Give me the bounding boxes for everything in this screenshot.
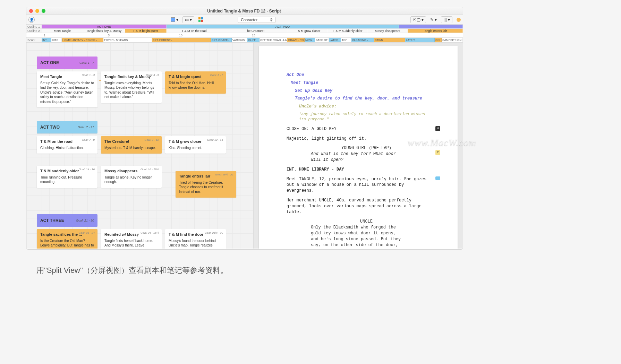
beat-board[interactable]: ACT ONEGoal: 1 - 7 Meet TangleGoal: 1 - …: [26, 43, 253, 249]
outline1-segment[interactable]: ACT TWO: [167, 25, 399, 28]
window-title: Untitled Tangle & Moss FD 12 - Script: [45, 9, 443, 14]
split-view: ACT ONEGoal: 1 - 7 Meet TangleGoal: 1 - …: [26, 43, 463, 249]
act-header-one[interactable]: ACT ONEGoal: 1 - 7: [37, 57, 97, 69]
dialogue: And what is the key for? What doorwill i…: [311, 151, 401, 163]
script-pane[interactable]: Act One Meet Tangle Set up Gold Key Tang…: [254, 43, 463, 249]
titlebar: Untitled Tangle & Moss FD 12 - Script: [26, 7, 463, 15]
beat-board-pane[interactable]: ACT ONEGoal: 1 - 7 Meet TangleGoal: 1 - …: [26, 43, 254, 249]
beat-card[interactable]: Mossy disappearsGoal: 16 - 18½Tangle all…: [101, 166, 162, 188]
beat-card[interactable]: Tangle finds key & MossyGoal: 3 - 5Tangl…: [101, 71, 162, 103]
outline2-segment[interactable]: T & M suddenly older: [328, 29, 368, 33]
revision-flag-icon[interactable]: [435, 176, 440, 180]
beat-card[interactable]: Meet TangleGoal: 1 - 3Set up Gold Key. T…: [37, 71, 97, 107]
close-icon[interactable]: [29, 9, 33, 13]
scene-segment[interactable]: HOME LIBRARY - FOYER -: [62, 38, 103, 42]
scene-segment[interactable]: DAWN: [374, 38, 405, 42]
scene-segment[interactable]: CAMPSITE ON BACK: [442, 38, 463, 42]
scene-segment[interactable]: OFF THE ROAD - LATER: [260, 38, 287, 42]
outline-heading: Set up Gold Key: [295, 88, 430, 94]
app-window: Untitled Tangle & Moss FD 12 - Script 👤 …: [26, 7, 463, 250]
outline2-segment[interactable]: The Creature!: [222, 29, 288, 33]
outline1-row[interactable]: Outline 1 ACT ONEACT TWO: [26, 25, 463, 29]
beat-card[interactable]: The Creature!Goal: 9 - 12Mysterious. T &…: [101, 136, 162, 154]
scene-segment[interactable]: TOP: [341, 38, 351, 42]
scene-segment[interactable]: NOW: [305, 38, 315, 42]
action-line: Meet TANGLE, 12, precocious eyes, unruly…: [287, 176, 430, 194]
beat-card[interactable]: T & M begin questGoal: 5 - 7Told to find…: [165, 71, 226, 94]
scene-segment[interactable]: BASE OF: [315, 38, 329, 42]
user-icon[interactable]: 👤: [28, 17, 35, 23]
character-cue: YOUNG GIRL (PRE-LAP): [328, 145, 405, 151]
highlight-tool-button[interactable]: ✎ ▾: [429, 17, 438, 23]
beat-card[interactable]: Reunited w/ MossyGoal: 24 - 26½Tangle fi…: [101, 229, 162, 249]
character-cue: UNCLE: [328, 219, 405, 225]
scene-segment[interactable]: EXT. GRAVEL: [211, 38, 232, 42]
status-dot[interactable]: [457, 18, 461, 22]
caption-text: 用"Split View"（分屏视图）查看剧本和笔记等参考资料。: [36, 265, 228, 276]
outline2-segment[interactable]: T & M begin quest: [125, 29, 167, 33]
scene-heading: INT. HOME LIBRARY - DAY: [287, 167, 430, 173]
action-line: Her merchant UNCLE, 40s, curved mustache…: [287, 198, 430, 215]
scene-segment[interactable]: INT.: [42, 38, 51, 42]
scene-strip[interactable]: Script INT.KITCHOME LIBRARY - FOYER -FOY…: [26, 38, 463, 43]
outline2-segment[interactable]: Mossy disappears: [368, 29, 408, 33]
outline2-segment[interactable]: Tangle enters lair: [408, 29, 463, 33]
palette-button[interactable]: [197, 17, 204, 23]
scene-segment[interactable]: KITC: [51, 38, 62, 42]
revision-marker[interactable]: 3: [435, 126, 440, 131]
beat-card[interactable]: Tangle enters lairGoal: 18½ - 21Tired of…: [176, 171, 236, 198]
outline-quote: "Any journey taken solely to reach a des…: [299, 112, 430, 122]
element-dropdown[interactable]: Character: [238, 17, 276, 23]
scene-segment[interactable]: LATER: [405, 38, 435, 42]
dialogue: Only the Blacksmith who forged the gold …: [311, 225, 401, 249]
outline2-segment[interactable]: T & M on the road: [167, 29, 222, 33]
outline2-segment[interactable]: Tangle finds key & Mossy: [83, 29, 125, 33]
outline1-segment[interactable]: [399, 25, 463, 28]
element-dropdown-label: Character: [241, 18, 257, 22]
toolbar: 👤 ▾ ▭ ▾ Character ☉▢ ▾ ✎ ▾ ||| ▾: [26, 15, 463, 25]
action-line: Majestic, light glinting off it.: [287, 136, 430, 142]
script-label: Script: [26, 38, 42, 42]
outline2-row[interactable]: Outline 2 Meet TangleTangle finds key & …: [26, 29, 463, 33]
scene-segment[interactable]: ON: [435, 38, 442, 42]
beat-card[interactable]: T & M grow closerGoal: 12 - 14Kiss. Shoo…: [165, 136, 226, 154]
outline2-segment[interactable]: Meet Tangle: [42, 29, 83, 33]
scene-segment[interactable]: FOYER - 5 YEARS: [103, 38, 152, 42]
color-picker-button[interactable]: ▾: [169, 17, 180, 23]
outline-heading: Tangle's desire to find the key, door, a…: [295, 96, 430, 102]
scene-segment[interactable]: VARIOUS: [232, 38, 247, 42]
scene-segment[interactable]: CLIFF: [247, 38, 260, 42]
outline1-label: Outline 1: [26, 25, 42, 28]
beat-card[interactable]: T & M suddenly olderGoal: 14 - 16Time ru…: [37, 166, 97, 188]
page-ruler: 151015: [26, 33, 463, 38]
checkbox-tool-button[interactable]: ☉▢ ▾: [410, 16, 426, 23]
layout-button[interactable]: ▭ ▾: [182, 16, 194, 23]
scene-segment[interactable]: EXT. FOREST -: [152, 38, 211, 42]
outline-heading: Meet Tangle: [291, 80, 430, 86]
minimize-icon[interactable]: [35, 9, 39, 13]
outline2-segment[interactable]: T & M grow closer: [288, 29, 328, 33]
maximize-icon[interactable]: [42, 9, 45, 13]
window-controls: [29, 9, 45, 13]
revision-marker[interactable]: 2: [435, 150, 440, 155]
navigator: Outline 1 ACT ONEACT TWO Outline 2 Meet …: [26, 25, 463, 43]
beat-card[interactable]: T & M find the doorGoal: 26½ - 30Mossy's…: [165, 229, 226, 249]
outline1-segment[interactable]: ACT ONE: [42, 25, 167, 28]
marker-icon: ✎: [430, 17, 434, 22]
outline-heading: Uncle's advice:: [299, 104, 430, 110]
outline2-label: Outline 2: [26, 29, 42, 33]
outline-heading: Act One: [287, 72, 430, 78]
action-line: CLOSE ON: A GOLD KEY: [287, 126, 430, 132]
act-header-three[interactable]: ACT THREEGoal: 21 - 30: [37, 214, 97, 227]
scene-segment[interactable]: CLEARING -: [351, 38, 374, 42]
script-page[interactable]: Act One Meet Tangle Set up Gold Key Tang…: [259, 46, 458, 249]
scene-segment[interactable]: GRAVEL ROAD: [287, 38, 305, 42]
scene-segment[interactable]: LATER: [329, 38, 341, 42]
columns-button[interactable]: ||| ▾: [441, 16, 452, 23]
beat-card[interactable]: T & M on the roadGoal: 7 - 9Clashing. Hi…: [37, 136, 97, 154]
act-header-two[interactable]: ACT TWOGoal: 7 - 21: [37, 121, 97, 133]
beat-card[interactable]: Tangle sacrifices the ...Goal: 21 - 24Is…: [37, 229, 97, 249]
